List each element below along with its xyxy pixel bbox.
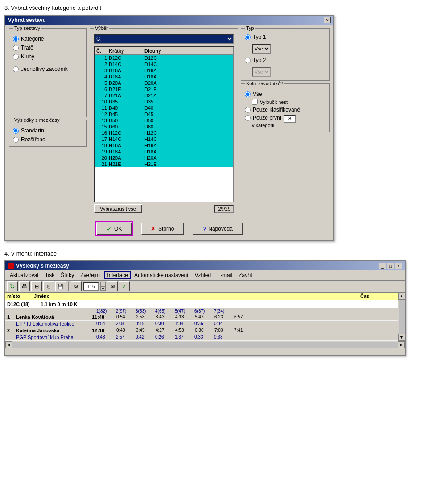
radio-pouze-prvni[interactable]: Pouze první bbox=[245, 115, 281, 121]
r2-time: 12:18 bbox=[92, 328, 116, 333]
select-all-button[interactable]: Vybrat/zrušit vše bbox=[94, 204, 142, 213]
list-item[interactable]: 15D60D60 bbox=[95, 124, 233, 130]
spinner-up-btn[interactable]: ▲ bbox=[100, 282, 106, 286]
menu-email[interactable]: E-mail bbox=[214, 271, 235, 279]
toolbar-grid-btn[interactable]: ⊞ bbox=[31, 281, 42, 291]
list-item[interactable]: 5D20AD20A bbox=[95, 80, 233, 86]
radio-zavodnik[interactable]: Jednotlivý závodník bbox=[13, 66, 83, 72]
split-header: 6(37) bbox=[194, 309, 209, 314]
list-item[interactable]: 12D45D45 bbox=[95, 111, 233, 117]
col-header-dlouhy: Dlouhý bbox=[144, 48, 231, 54]
radio-pouze-klas[interactable]: Pouze klasifikované bbox=[245, 107, 326, 113]
toolbar-check-btn[interactable]: ✓ bbox=[119, 281, 130, 291]
scroll-down-btn[interactable]: ▼ bbox=[398, 334, 405, 341]
menu-automaticke[interactable]: Automatické nastavení bbox=[132, 271, 191, 279]
cancel-icon: ✗ bbox=[151, 225, 156, 232]
print-icon: 🖶 bbox=[22, 283, 27, 289]
typ-inner: Typ 1 Vše Typ 2 bbox=[245, 34, 326, 77]
vyber-dropdown[interactable]: Č. bbox=[94, 34, 234, 44]
list-item[interactable]: 10D35D35 bbox=[95, 99, 233, 105]
radio-typ1[interactable]: Typ 1 bbox=[245, 34, 266, 40]
menu-interface[interactable]: Interface bbox=[104, 271, 131, 279]
category-name: D12C (18) bbox=[7, 302, 30, 307]
dialog-close-button[interactable]: × bbox=[324, 17, 331, 23]
list-item[interactable]: 18H16AH16A bbox=[95, 142, 233, 149]
toolbar-print-btn[interactable]: 🖶 bbox=[19, 281, 30, 291]
menu-aktualizovat[interactable]: Aktualizovat bbox=[7, 271, 41, 279]
menu-stitky[interactable]: Štítky bbox=[58, 271, 77, 279]
toolbar-email-btn[interactable]: ✉ bbox=[107, 281, 118, 291]
storno-button[interactable]: ✗ Storno bbox=[141, 223, 184, 235]
h-scroll-right-btn[interactable]: ► bbox=[398, 341, 405, 348]
list-item[interactable]: 2D14CD14C bbox=[95, 61, 233, 67]
list-item[interactable]: 16H12CH12C bbox=[95, 130, 233, 136]
toolbar-spinner: ▲ ▼ bbox=[100, 282, 106, 291]
radio-rozsireno[interactable]: Rozšířeno bbox=[13, 136, 83, 143]
scroll-track[interactable] bbox=[399, 300, 405, 334]
radio-vse[interactable]: Vše bbox=[245, 91, 326, 97]
typ2-dropdown[interactable]: Vše bbox=[252, 67, 271, 77]
r1-club-splits: 0:542:040:450:301:340:360:34 bbox=[96, 321, 396, 326]
menu-vzhled[interactable]: Vzhled bbox=[192, 271, 214, 279]
h-scroll-left-btn[interactable]: ◄ bbox=[5, 341, 12, 348]
bottom-scrollbar: ◄ ► bbox=[5, 341, 405, 348]
toolbar-number-input[interactable] bbox=[83, 282, 99, 291]
pouze-prvni-container: Pouze první bbox=[245, 115, 326, 123]
menu-tisk[interactable]: Tisk bbox=[42, 271, 58, 279]
radio-kategorie[interactable]: Kategorie bbox=[13, 36, 83, 42]
table-body: D12C (18) 1.1 km 0 m 10 K 1(82)2(97)3(53… bbox=[5, 300, 398, 341]
list-item[interactable]: 7D21AD21A bbox=[95, 92, 233, 99]
typ-sestavy-group: Typ sestavy Kategorie Tratě Kluby bbox=[9, 28, 87, 117]
vyber-list-body: 1D12CD12C2D14CD14C3D16AD16A4D18AD18A5D20… bbox=[95, 55, 233, 167]
minimize-button[interactable]: _ bbox=[379, 263, 386, 269]
split-value: 5:47 bbox=[195, 314, 209, 320]
r2-club-splits: 0:482:570:420:261:370:330:38 bbox=[96, 335, 396, 340]
list-item[interactable]: 20H20AH20A bbox=[95, 155, 233, 161]
spinner-down-btn[interactable]: ▼ bbox=[100, 286, 106, 291]
step3-label: 3. Vybrat všechny kategorie a potvrdit bbox=[4, 4, 424, 11]
app-close-button[interactable]: × bbox=[395, 263, 402, 269]
checkbox-vyloucit[interactable]: Vyloučit nest. bbox=[252, 99, 326, 105]
list-item[interactable]: 13D50D50 bbox=[95, 117, 233, 124]
settings-icon: ⚙ bbox=[74, 284, 78, 289]
h-scroll-track[interactable] bbox=[12, 342, 398, 348]
radio-typ2[interactable]: Typ 2 bbox=[245, 57, 266, 63]
radio-standartni[interactable]: Standartní bbox=[13, 128, 83, 134]
split-value: 6:30 bbox=[195, 328, 209, 333]
menu-zavrit[interactable]: Zavřít bbox=[236, 271, 255, 279]
dialog-title: Vybrat sestavu bbox=[8, 17, 46, 23]
split-spacer bbox=[7, 309, 96, 314]
category-header: D12C (18) 1.1 km 0 m 10 K bbox=[5, 300, 398, 308]
typ1-dropdown[interactable]: Vše bbox=[252, 44, 271, 54]
radio-trate[interactable]: Tratě bbox=[13, 45, 83, 51]
ok-button[interactable]: ✓ OK bbox=[96, 223, 132, 235]
app-titlebar: Výsledky s mezičasy _ □ × bbox=[5, 261, 405, 270]
list-item[interactable]: 1D12CD12C bbox=[95, 55, 233, 61]
toolbar-settings-btn[interactable]: ⚙ bbox=[71, 281, 82, 291]
list-item[interactable]: 11D40D40 bbox=[95, 105, 233, 111]
radio-kluby[interactable]: Kluby bbox=[13, 54, 83, 60]
split-value: 0:30 bbox=[155, 321, 169, 326]
r2-name: Kateřina Janovská bbox=[16, 328, 92, 333]
maximize-button[interactable]: □ bbox=[387, 263, 394, 269]
menu-zverejnit[interactable]: Zveřejnit bbox=[78, 271, 103, 279]
prvni-input[interactable] bbox=[284, 115, 296, 123]
split-header: 3(53) bbox=[136, 309, 150, 314]
storno-label: Storno bbox=[158, 226, 174, 232]
toolbar-copy-btn[interactable]: ⎘ bbox=[43, 281, 54, 291]
list-item[interactable]: 21H21EH21E bbox=[95, 161, 233, 167]
list-item[interactable]: 17H14CH14C bbox=[95, 136, 233, 142]
toolbar-save-btn[interactable]: 💾 bbox=[55, 281, 66, 291]
napoveda-button[interactable]: ? Nápověda bbox=[193, 223, 243, 235]
list-item[interactable]: 3D16AD16A bbox=[95, 67, 233, 74]
split-value: 0:45 bbox=[136, 321, 150, 326]
vyber-list-container[interactable]: Č. Krátký Dlouhý 1D12CD12C2D14CD14C3D16A… bbox=[94, 46, 234, 202]
split-value: 3:43 bbox=[156, 314, 170, 320]
list-item[interactable]: 4D18AD18A bbox=[95, 74, 233, 80]
list-item[interactable]: 6D21ED21E bbox=[95, 86, 233, 92]
toolbar-refresh-btn[interactable]: ↻ bbox=[7, 281, 18, 291]
list-item[interactable]: 19H18AH18A bbox=[95, 149, 233, 155]
scroll-up-btn[interactable]: ▲ bbox=[398, 293, 405, 300]
typ-group: Typ Typ 1 Vše bbox=[241, 28, 330, 81]
typ1-row: Typ 1 bbox=[245, 34, 326, 40]
